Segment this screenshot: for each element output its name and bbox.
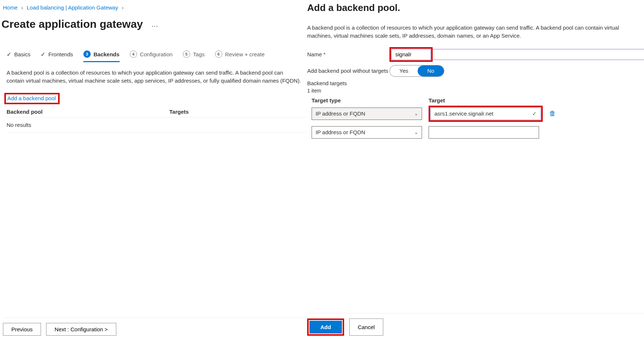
step-number-badge: 6 [215,50,222,58]
check-icon [7,51,11,58]
target-input[interactable]: asrs1.service.signalr.net ✓ [430,108,541,120]
step-frontends-label: Frontends [48,51,73,57]
intro-text: A backend pool is a collection of resour… [1,69,301,85]
more-icon[interactable]: ··· [152,19,158,30]
toggle-no[interactable]: No [418,65,444,76]
step-basics-label: Basics [14,51,30,57]
breadcrumb-load-balancing[interactable]: Load balancing | Application Gateway [27,4,118,11]
chevron-down-icon: ⌄ [414,130,418,135]
breadcrumb-home[interactable]: Home [3,4,18,11]
name-row: Name * [307,47,644,62]
backend-pools-table: Backend pool Targets No results [1,106,307,133]
add-button[interactable]: Add [309,321,342,333]
name-label: Name [307,51,322,57]
step-configuration[interactable]: 4 Configuration [130,50,173,61]
col-targets: Targets [169,109,189,115]
delete-icon[interactable]: 🗑 [549,110,556,117]
step-backends[interactable]: 3 Backends [83,50,120,61]
step-backends-label: Backends [94,51,120,57]
chevron-right-icon: › [122,4,124,11]
breadcrumb: Home › Load balancing | Application Gate… [1,4,307,11]
target-type-select[interactable]: IP address or FQDN ⌄ [312,126,422,139]
side-panel-title: Add a backend pool. [307,2,644,14]
table-row-empty: No results [7,117,307,133]
highlight-box [389,47,433,62]
target-type-value: IP address or FQDN [316,110,365,117]
step-tags[interactable]: 5 Tags [183,50,205,61]
wizard-steps: Basics Frontends 3 Backends 4 Configurat… [1,50,307,61]
add-backend-pool-link[interactable]: Add a backend pool [7,95,56,101]
target-type-value: IP address or FQDN [316,129,365,135]
step-number-badge: 3 [83,50,91,58]
item-count: 1 item [307,88,644,94]
step-number-badge: 4 [130,50,137,58]
target-value: asrs1.service.signalr.net [434,110,493,117]
name-input-extension [432,49,644,60]
name-input[interactable] [391,49,431,60]
col-target: Target [429,97,445,103]
col-target-type: Target type [312,97,429,103]
next-button[interactable]: Next : Configuration > [46,323,116,336]
toggle-yes[interactable]: Yes [390,65,418,76]
step-review-label: Review + create [225,51,265,57]
side-panel-description: A backend pool is a collection of resour… [307,24,644,40]
target-input[interactable] [429,126,539,139]
target-type-select[interactable]: IP address or FQDN ⌄ [312,108,422,120]
page-title: Create application gateway [1,18,143,30]
backend-targets-label: Backend targets [307,80,644,86]
cancel-button[interactable]: Cancel [349,318,383,336]
check-icon [41,51,45,58]
target-row: IP address or FQDN ⌄ [312,126,644,139]
target-row: IP address or FQDN ⌄ asrs1.service.signa… [312,106,644,122]
step-tags-label: Tags [193,51,205,57]
highlight-box: Add [307,318,344,336]
without-targets-label: Add backend pool without targets [307,67,389,75]
step-frontends[interactable]: Frontends [41,51,73,61]
chevron-right-icon: › [21,4,23,11]
side-panel: Add a backend pool. A backend pool is a … [307,0,644,343]
col-backend-pool: Backend pool [7,109,169,115]
backend-targets-table: Target type Target IP address or FQDN ⌄ … [307,95,644,139]
step-configuration-label: Configuration [140,51,173,57]
step-number-badge: 5 [183,50,190,58]
chevron-down-icon: ⌄ [414,111,418,116]
wizard-footer: Previous Next : Configuration > [3,317,310,336]
without-targets-toggle[interactable]: Yes No [389,65,444,77]
without-targets-row: Add backend pool without targets Yes No [307,65,644,77]
step-basics[interactable]: Basics [7,51,30,61]
previous-button[interactable]: Previous [3,323,41,336]
main-page: Home › Load balancing | Application Gate… [0,0,307,343]
side-panel-footer: Add Cancel [307,313,644,336]
step-review[interactable]: 6 Review + create [215,50,265,61]
highlight-box: asrs1.service.signalr.net ✓ [429,106,543,122]
highlight-box: Add a backend pool [4,93,60,104]
check-icon: ✓ [532,110,537,117]
required-indicator: * [323,51,325,57]
